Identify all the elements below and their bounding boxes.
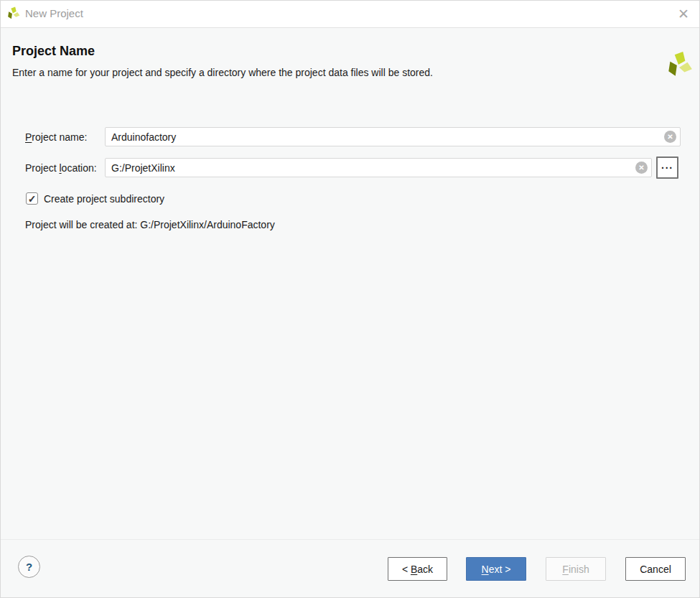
project-name-input[interactable] xyxy=(105,127,681,146)
close-icon[interactable]: ✕ xyxy=(674,5,693,24)
project-name-label-rest: roject name: xyxy=(32,131,87,143)
cancel-button[interactable]: Cancel xyxy=(625,557,686,581)
back-label-mnemonic: B xyxy=(411,564,417,575)
checkmark-icon: ✓ xyxy=(27,193,37,205)
window-title: New Project xyxy=(25,7,83,19)
finish-button: Finish xyxy=(546,557,606,581)
page-description: Enter a name for your project and specif… xyxy=(12,67,433,78)
titlebar: New Project ✕ xyxy=(1,1,699,28)
created-at-text: Project will be created at: G:/ProjetXil… xyxy=(25,219,275,230)
page-title: Project Name xyxy=(12,44,95,59)
project-name-label-mnemonic: P xyxy=(25,131,32,143)
clear-icon[interactable]: ✕ xyxy=(664,131,676,143)
project-location-label-pre: Project xyxy=(25,162,59,174)
clear-icon[interactable]: ✕ xyxy=(635,162,648,174)
next-label-rest: ext > xyxy=(489,564,511,575)
back-label-rest: ack xyxy=(417,564,433,575)
finish-label-mnemonic: F xyxy=(562,564,569,575)
vivado-logo-icon xyxy=(6,6,21,22)
back-label-pre: < xyxy=(402,564,411,575)
back-button[interactable]: < Back xyxy=(388,557,447,581)
project-location-label-rest: ocation: xyxy=(62,162,97,174)
project-location-label: Project location: xyxy=(25,162,97,174)
subdirectory-checkbox-label[interactable]: Create project subdirectory xyxy=(44,193,164,205)
finish-label-rest: inish xyxy=(569,564,589,575)
footer-divider xyxy=(1,539,699,540)
vivado-logo-icon xyxy=(664,50,694,83)
browse-button[interactable]: ··· xyxy=(656,156,678,179)
next-button[interactable]: Next > xyxy=(466,557,526,581)
help-button[interactable]: ? xyxy=(18,556,40,578)
project-name-label: Project name: xyxy=(25,131,87,143)
project-location-input[interactable] xyxy=(105,158,652,177)
next-label-mnemonic: N xyxy=(482,564,489,575)
new-project-dialog: New Project ✕ Project Name Enter a name … xyxy=(0,0,700,598)
subdirectory-checkbox[interactable]: ✓ xyxy=(26,192,38,205)
